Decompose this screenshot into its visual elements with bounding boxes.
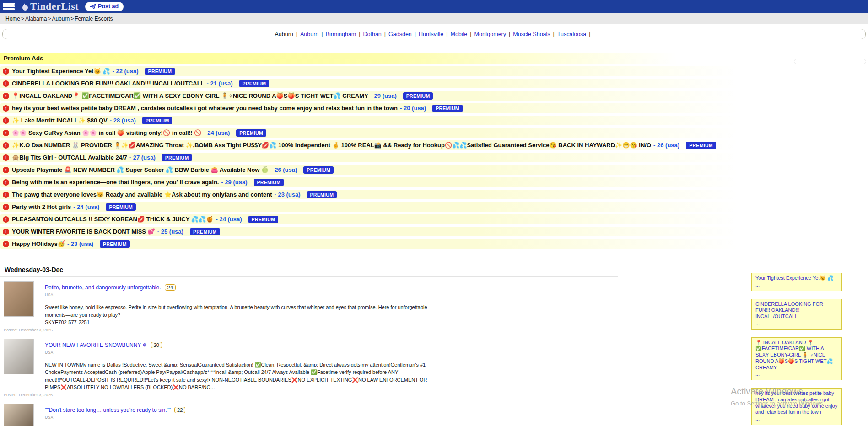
premium-ad-row[interactable]: ↑hey its your best wettes petite baby DR… [0,103,868,113]
listing-thumbnail[interactable] [4,339,34,374]
premium-badge[interactable]: PREMIUM [145,68,175,75]
up-arrow-icon: ↑ [3,117,9,124]
premium-badge[interactable]: PREMIUM [236,129,266,137]
city-link[interactable]: Tuscaloosa [557,31,586,37]
premium-badge[interactable]: PREMIUM [106,203,136,211]
premium-ad-row[interactable]: ↑PLEASANTON OUTCALLS !! SEXY KOREAN💋 THI… [0,214,868,224]
up-arrow-icon: ↑ [3,216,9,223]
up-arrow-icon: ↑ [3,229,9,235]
premium-ad-title[interactable]: CINDERELLA LOOKING FOR FUN!!! OAKLAND!!!… [12,80,205,87]
city-separator: | [446,31,447,37]
city-link[interactable]: Birmingham [326,31,356,37]
premium-ad-row[interactable]: ↑The pawg that everyone loves😼 Ready and… [0,190,868,199]
city-link[interactable]: Muscle Shoals [513,31,550,37]
premium-ad-row[interactable]: ↑📍INCALL OAKLAND📍 ✅FACETIME/CAR✅ WITH A … [0,91,868,101]
premium-badge[interactable]: PREMIUM [100,240,130,248]
up-arrow-icon: ↑ [3,142,9,149]
city-link[interactable]: Dothan [363,31,382,37]
premium-badge[interactable]: PREMIUM [162,154,192,161]
sidebar-premium-box[interactable]: 📍 INCALL OAKLAND 📍 ✅FACETIME/CAR✅ WITH A… [751,337,842,381]
city-link[interactable]: Huntsville [419,31,443,37]
premium-badge[interactable]: PREMIUM [239,80,270,87]
breadcrumb-state[interactable]: Alabama [25,16,47,22]
city-separator: | [384,31,386,37]
sidebar-ad-title[interactable]: hey its your best wettes petite baby DRE… [755,390,838,415]
premium-ad-row[interactable]: ↑🌸🌸 Sexy CuRvy Asian 🌸🌸 in call 🍑 visiti… [0,128,868,138]
premium-ad-title[interactable]: 🙊Big Tits Girl - OUTCALL Available 24/7 [12,154,127,161]
age-badge: 24 [165,284,176,291]
premium-ad-row[interactable]: ↑🙊Big Tits Girl - OUTCALL Available 24/7… [0,153,868,162]
premium-ad-title[interactable]: PLEASANTON OUTCALLS !! SEXY KOREAN💋 THIC… [12,216,213,223]
sidebar-premium-box[interactable]: Your Tightest Experience Yet😼 💦 ... [751,273,842,291]
breadcrumb-category[interactable]: Female Escorts [75,16,113,22]
premium-ad-row[interactable]: ↑CINDERELLA LOOKING FOR FUN!!! OAKLAND!!… [0,79,868,88]
premium-badge[interactable]: PREMIUM [403,92,433,100]
premium-badge[interactable]: PREMIUM [307,191,337,198]
premium-ad-row[interactable]: ↑✨ Lake Merritt INCALL✨ $80 QV- 28 (usa)… [0,116,868,125]
breadcrumb-home[interactable]: Home [5,16,20,22]
premium-badge[interactable]: PREMIUM [432,105,463,112]
premium-ad-row[interactable]: ↑Happy HOlidays🥳- 23 (usa)PREMIUM [0,239,868,249]
premium-ad-age: - 22 (usa) [113,68,139,75]
listing-title-link[interactable]: ""Don't stare too long… unless you're re… [45,407,171,413]
premium-ad-row[interactable]: ↑Being with me is an experience—one that… [0,177,868,187]
premium-ad-title[interactable]: Party with 2 Hot girls [12,203,71,210]
premium-ad-title[interactable]: Being with me is an experience—one that … [12,179,219,186]
premium-badge[interactable]: PREMIUM [254,179,284,186]
sidebar-ad-title[interactable]: CINDERELLA LOOKING FOR FUN!!! OAKLAND!!!… [755,301,838,320]
menu-icon[interactable] [3,2,15,11]
sidebar-premium-box[interactable]: CINDERELLA LOOKING FOR FUN!!! OAKLAND!!!… [751,299,842,330]
premium-badge[interactable]: PREMIUM [190,228,220,235]
premium-badge[interactable]: PREMIUM [686,142,716,149]
premium-badge[interactable]: PREMIUM [303,166,334,174]
premium-ad-title[interactable]: Your Tightest Experience Yet😼 💦 [12,68,110,75]
breadcrumb-city[interactable]: Auburn [52,16,70,22]
premium-ad-title[interactable]: Happy HOlidays🥳 [12,240,65,247]
premium-ad-title[interactable]: The pawg that everyone loves😼 Ready and … [12,191,272,198]
listings-section: Wednesday-03-Dec Petite, brunette, and d… [0,264,622,426]
site-logo[interactable]: TinderList [21,0,79,12]
sidebar-ad-more: ... [755,371,838,378]
listing-thumbnail[interactable] [4,281,34,317]
breadcrumb-separator: > [21,16,24,22]
city-link[interactable]: Mobile [450,31,467,37]
sidebar-ad-title[interactable]: Your Tightest Experience Yet😼 💦 [755,275,838,282]
premium-ad-row[interactable]: ↑YOUR WINTER FAVORITE IS BACK DONT MISS … [0,227,868,236]
premium-ad-row[interactable]: ↑Your Tightest Experience Yet😼 💦- 22 (us… [0,66,868,76]
premium-ad-title[interactable]: YOUR WINTER FAVORITE IS BACK DONT MISS 💕 [12,228,155,235]
premium-ad-title[interactable]: hey its your best wettes petite baby DRE… [12,105,398,112]
premium-ad-title[interactable]: 🌸🌸 Sexy CuRvy Asian 🌸🌸 in call 🍑 visitin… [12,129,201,136]
premium-ad-row[interactable]: ↑Party with 2 Hot girls- 24 (usa)PREMIUM [0,202,868,212]
breadcrumb-separator: > [70,16,74,22]
city-link[interactable]: Montgomery [474,31,506,37]
premium-ad-age: - 21 (usa) [207,80,233,87]
premium-ads-header: Premium Ads [0,53,868,64]
listing-row: Petite, brunette, and dangerously unforg… [0,277,622,334]
post-ad-button[interactable]: Post ad [85,2,124,11]
premium-ad-title[interactable]: 📍INCALL OAKLAND📍 ✅FACETIME/CAR✅ WITH A S… [12,92,368,99]
listing-thumbnail[interactable] [4,404,34,426]
sidebar-ad-title[interactable]: 📍 INCALL OAKLAND 📍 ✅FACETIME/CAR✅ WITH A… [755,340,838,371]
city-link[interactable]: Gadsden [388,31,412,37]
city-link[interactable]: Auburn [300,31,318,37]
up-arrow-icon: ↑ [3,179,9,186]
city-separator: | [359,31,360,37]
premium-ad-title[interactable]: ✨ Lake Merritt INCALL✨ $80 QV [12,117,108,124]
up-arrow-icon: ↑ [3,241,9,247]
age-badge: 20 [151,342,162,348]
premium-ad-title[interactable]: ✨K.O Daa NUMBER 🐰 PROVIDER 🧍✨💋AMAZING Th… [12,142,651,149]
listing-phone: SKYE702-577-2251 [45,319,438,326]
listing-title-link[interactable]: YOUR NEW FAVORITE SNOWBUNNY ❄ [45,342,147,348]
listing-title-link[interactable]: Petite, brunette, and dangerously unforg… [45,284,161,291]
city-separator: | [296,31,297,37]
breadcrumb: Home > Alabama > Auburn > Female Escorts [0,13,868,24]
premium-ad-title[interactable]: Upscale Playmate 🚨 NEW NUMBER 💦 Super So… [12,166,269,173]
premium-ad-age: - 29 (usa) [371,92,397,99]
premium-ad-row[interactable]: ↑Upscale Playmate 🚨 NEW NUMBER 💦 Super S… [0,165,868,175]
listing-location: USA [45,350,438,355]
premium-badge[interactable]: PREMIUM [142,117,173,124]
premium-badge[interactable]: PREMIUM [248,216,279,223]
premium-ad-row[interactable]: ↑✨K.O Daa NUMBER 🐰 PROVIDER 🧍✨💋AMAZING T… [0,140,868,150]
sidebar-premium-box[interactable]: hey its your best wettes petite baby DRE… [751,388,842,425]
premium-ad-age: - 24 (usa) [204,129,230,136]
